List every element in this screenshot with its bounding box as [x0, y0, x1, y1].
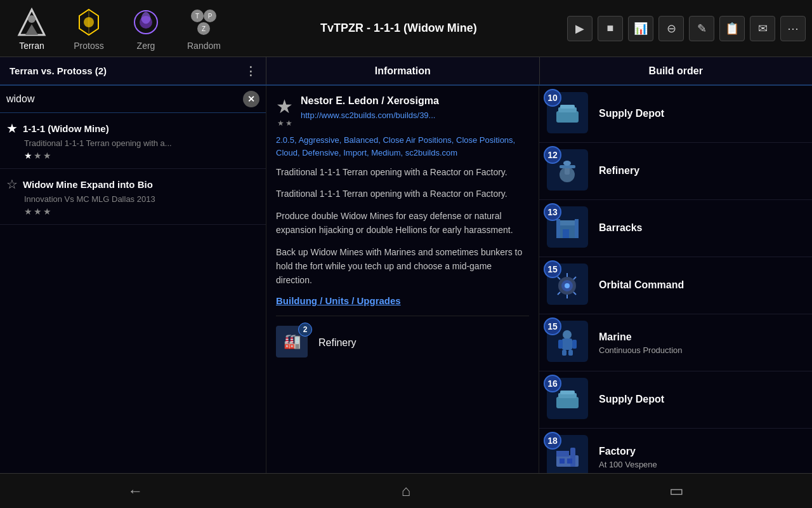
bo-subtitle-5: Continuous Production	[599, 345, 804, 355]
search-clear-button[interactable]: ✕	[243, 91, 259, 107]
bo-text-2: Refinery	[599, 164, 804, 178]
svg-text:P: P	[208, 13, 213, 20]
bottom-nav: ← ⌂ ▭	[0, 473, 812, 508]
mail-button[interactable]: ✉	[750, 16, 775, 41]
svg-point-27	[563, 330, 572, 339]
svg-rect-14	[560, 105, 575, 109]
bo-title-5: Marine	[599, 330, 804, 344]
more-button[interactable]: ⋯	[780, 16, 806, 41]
bo-number-5: 15	[544, 318, 561, 335]
build-order-panel: 10 Supply Depot 12 Refinery	[539, 86, 812, 473]
minus-button[interactable]: ⊖	[658, 16, 684, 41]
bo-icon-wrap-5: 15	[547, 321, 591, 365]
bo-text-4: Orbital Command	[599, 278, 804, 292]
information-label: Information	[375, 65, 431, 77]
svg-rect-23	[575, 219, 579, 238]
bo-text-1: Supply Depot	[599, 107, 804, 121]
bo-title-4: Orbital Command	[599, 278, 804, 292]
section-link[interactable]: Buildung / Units / Upgrades	[276, 295, 529, 306]
bo-title-6: Supply Depot	[599, 392, 804, 406]
unit-number-refinery: 2	[298, 323, 312, 337]
recent-button[interactable]: ▭	[658, 477, 696, 505]
svg-text:T: T	[195, 13, 199, 20]
protoss-icon	[73, 6, 105, 38]
tab-protoss[interactable]: Protoss	[63, 3, 114, 54]
terran-icon	[16, 6, 48, 38]
svg-rect-33	[556, 397, 579, 408]
author-info: Nestor E. Ledon / Xerosigma http://www.s…	[301, 95, 439, 121]
bo-icon-wrap-6: 16	[547, 378, 591, 422]
favorite-star-1[interactable]: ★	[6, 121, 18, 136]
matchup-label: Terran vs. Protoss (2)	[10, 65, 107, 76]
stop-button[interactable]: ■	[598, 16, 623, 41]
build-item-2[interactable]: ☆ Widow Mine Expand into Bio Innovation …	[0, 169, 266, 225]
star-2-2: ★	[34, 206, 42, 217]
desc-text-1: Traditional 1-1-1 Terran opening with a …	[276, 165, 529, 179]
edit-button[interactable]: ✎	[689, 16, 714, 41]
build-item-1-header: ★ 1-1-1 (Widow Mine)	[6, 121, 259, 136]
bo-item-refinery: 12 Refinery	[539, 143, 812, 200]
build-item-1[interactable]: ★ 1-1-1 (Widow Mine) Traditional 1-1-1 T…	[0, 113, 266, 169]
svg-rect-32	[568, 350, 573, 356]
sub-header: Terran vs. Protoss (2) ⋮ Information Bui…	[0, 57, 812, 86]
svg-rect-30	[572, 340, 577, 349]
author-name: Nestor E. Ledon / Xerosigma	[301, 95, 439, 107]
tags-line: 2.0.5, Aggressive, Balanced, Close Air P…	[276, 134, 529, 159]
svg-text:Z: Z	[202, 25, 206, 32]
bo-icon-wrap-3: 13	[547, 206, 591, 251]
unit-row-refinery: 🏭 2 Refinery	[276, 323, 529, 364]
zerg-icon	[130, 6, 162, 38]
tab-terran[interactable]: Terran	[6, 3, 57, 54]
svg-rect-21	[563, 229, 569, 238]
desc-text-2: Traditional 1-1-1 Terran opening with a …	[276, 187, 529, 201]
bo-title-1: Supply Depot	[599, 107, 804, 121]
terran-label: Terran	[19, 41, 44, 51]
play-button[interactable]: ▶	[567, 16, 593, 41]
bo-text-3: Barracks	[599, 221, 804, 235]
author-link[interactable]: http://www.sc2builds.com/builds/39...	[301, 110, 435, 120]
search-input[interactable]	[6, 93, 243, 105]
home-button[interactable]: ⌂	[387, 477, 425, 505]
tab-random[interactable]: T P Z Random	[178, 3, 230, 54]
bo-item-orbital-command: 15 Orbital Command	[539, 257, 812, 314]
star-1-3: ★	[43, 150, 51, 161]
build-rating-1: ★ ★ ★	[6, 150, 259, 161]
back-button[interactable]: ←	[116, 477, 154, 505]
svg-rect-37	[556, 451, 569, 457]
bo-text-5: Marine Continuous Production	[599, 330, 804, 355]
small-star-2: ★	[285, 119, 292, 128]
stats-button[interactable]: 📊	[628, 16, 653, 41]
bo-number-6: 16	[544, 375, 561, 392]
bo-icon-wrap-1: 10	[547, 92, 591, 137]
star-1-1: ★	[24, 150, 32, 161]
star-1-2: ★	[34, 150, 42, 161]
bo-number-1: 10	[544, 89, 561, 107]
sub-header-left: Terran vs. Protoss (2) ⋮	[0, 57, 266, 84]
svg-point-18	[563, 161, 571, 166]
tab-zerg[interactable]: Zerg	[121, 3, 171, 54]
search-bar: ✕	[0, 86, 266, 113]
divider	[276, 316, 529, 316]
main-content: ✕ ★ 1-1-1 (Widow Mine) Traditional 1-1-1…	[0, 86, 812, 473]
bo-icon-wrap-7: 18	[547, 435, 591, 474]
svg-rect-29	[558, 340, 563, 349]
build-order-label: Build order	[649, 65, 703, 77]
bo-title-7: Factory	[599, 444, 804, 458]
more-options-icon[interactable]: ⋮	[245, 64, 256, 78]
build-rating-2: ★ ★ ★	[6, 206, 259, 217]
header-actions: ▶ ■ 📊 ⊖ ✎ 📋 ✉ ⋯	[567, 16, 806, 41]
build-name-2: Widow Mine Expand into Bio	[23, 179, 153, 190]
svg-marker-2	[25, 24, 38, 35]
bo-subtitle-7: At 100 Vespene	[599, 460, 804, 469]
build-desc-2: Innovation Vs MC MLG Dallas 2013	[6, 194, 259, 204]
copy-button[interactable]: 📋	[719, 16, 745, 41]
star-2-1: ★	[24, 206, 32, 217]
star-2-3: ★	[43, 206, 51, 217]
protoss-label: Protoss	[74, 41, 103, 51]
bo-number-7: 18	[544, 432, 561, 450]
svg-rect-35	[560, 391, 575, 394]
favorite-star-2[interactable]: ☆	[6, 177, 18, 192]
bo-text-7: Factory At 100 Vespene	[599, 444, 804, 469]
small-stars: ★ ★	[277, 119, 292, 128]
bo-item-marine: 15 Marine Continuous Production	[539, 314, 812, 371]
